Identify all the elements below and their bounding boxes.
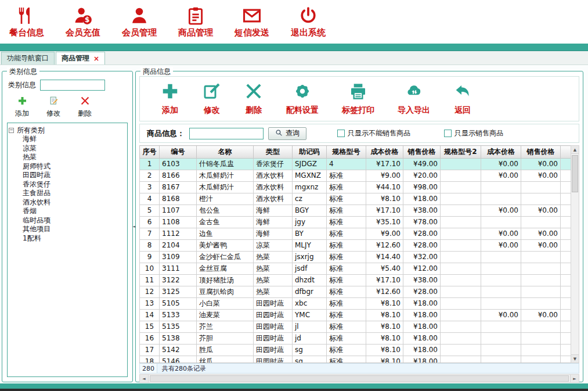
scroll-left-icon[interactable]: ◄ [140, 375, 149, 382]
product-add-button[interactable]: 添加 [161, 82, 179, 116]
nav-product-manage[interactable]: 商品管理 [177, 6, 214, 38]
table-cell: ¥49.00 [403, 159, 441, 170]
category-add-button[interactable]: 添加 [15, 96, 29, 119]
member-recharge-icon: $ [73, 6, 93, 26]
tree-item[interactable]: 1配料 [9, 234, 126, 243]
checkbox-icon[interactable] [444, 130, 452, 137]
show-sellable-checkbox[interactable]: 只显示销售商品 [444, 128, 503, 138]
scrollbar-thumb[interactable] [572, 155, 578, 192]
table-cell: ¥78.00 [403, 217, 441, 228]
table-row[interactable]: 82104美炉酱鸭凉菜MLJY标准¥12.60¥28.00¥0.00¥0.00 [140, 240, 572, 252]
tree-item[interactable]: 热菜 [9, 153, 126, 162]
table-row[interactable]: 71112边鱼海鲜BY标准¥9.00¥28.00¥0.00¥0.00 [140, 228, 572, 240]
table-cell: 田园时蔬 [254, 356, 293, 364]
column-header[interactable]: 类型 [254, 146, 293, 159]
column-header[interactable]: 助记码 [293, 146, 327, 159]
table-row[interactable]: 48168橙汁酒水饮料cz标准¥8.10¥18.00 [140, 193, 572, 205]
product-edit-button[interactable]: 修改 [203, 82, 221, 116]
tree-item[interactable]: 主食甜品 [9, 189, 126, 198]
nav-exit-system[interactable]: 退出系统 [290, 6, 327, 38]
table-cell [521, 298, 561, 310]
nav-sms-send[interactable]: 短信发送 [233, 6, 270, 38]
show-unsellable-checkbox[interactable]: 只显示不能销售商品 [337, 128, 410, 138]
tab-close-icon[interactable]: × [93, 55, 99, 62]
column-header[interactable]: 销售价格 [521, 146, 561, 159]
tree-item[interactable]: 香浓煲仔 [9, 180, 126, 189]
nav-table-info[interactable]: 餐台信息 [8, 6, 45, 38]
product-search-input[interactable] [189, 128, 264, 139]
table-row[interactable]: 28166木瓜鲜奶汁酒水饮料MGXNZ标准¥9.00¥20.00¥0.00¥0.… [140, 170, 572, 182]
tree-item[interactable]: 临时品项 [9, 216, 126, 225]
category-delete-button[interactable]: 删除 [78, 96, 92, 119]
table-cell: ¥0.00 [521, 159, 561, 170]
tree-item[interactable]: 香烟 [9, 207, 126, 216]
table-row[interactable]: 175142胜瓜田园时蔬sg标准¥8.10¥18.00 [140, 345, 572, 356]
table-row[interactable]: 165138芥胆田园时蔬jd标准¥8.10¥18.00 [140, 333, 572, 345]
ingredient-settings-button[interactable]: 配料设置 [286, 82, 319, 116]
category-edit-button[interactable]: 修改 [46, 96, 60, 119]
product-delete-label: 删除 [246, 105, 262, 116]
scrollbar-thumb[interactable] [150, 375, 569, 382]
table-cell: 标准 [327, 252, 366, 263]
table-cell-filler [561, 286, 572, 298]
tab-product-manage[interactable]: 商品管理 × [56, 52, 105, 64]
table-row[interactable]: 123125豆腐扒蛤肉热菜dfbgr标准¥12.60¥28.00 [140, 286, 572, 298]
table-row[interactable]: 38167木瓜鲜奶汁酒水饮料mgxnz标准¥44.10¥98.00 [140, 182, 572, 193]
table-cell: 标准 [327, 321, 366, 333]
member-manage-icon [129, 6, 149, 26]
label-print-button[interactable]: 标签打印 [342, 82, 374, 116]
table-cell: ¥0.00 [481, 205, 521, 217]
category-name-input[interactable] [40, 80, 105, 91]
column-header[interactable]: 销售价格 [403, 146, 441, 159]
column-header[interactable]: 编号 [160, 146, 197, 159]
table-row[interactable]: 93109金沙虾仁金瓜热菜jsxrjg标准¥14.40¥32.00 [140, 252, 572, 263]
table-cell: 海鲜 [254, 228, 293, 240]
column-header[interactable]: 规格型号2 [441, 146, 481, 159]
scroll-right-icon[interactable]: ► [570, 375, 579, 382]
tree-item[interactable]: 凉菜 [9, 144, 126, 153]
horizontal-scrollbar[interactable]: ◄ ► [139, 374, 579, 383]
table-cell-filler [561, 252, 572, 263]
nav-label: 餐台信息 [9, 27, 44, 38]
tree-item[interactable]: 海鲜 [9, 135, 126, 144]
tree-expander-icon[interactable]: − [9, 128, 14, 133]
table-row[interactable]: 16103什锦冬瓜盅香浓煲仔SJDGZ4¥17.10¥49.00¥0.00¥0.… [140, 159, 572, 170]
table-cell [521, 217, 561, 228]
table-row[interactable]: 103111金丝豆腐热菜jsdf标准¥5.40¥12.00 [140, 263, 572, 275]
vertical-scrollbar[interactable]: ▲ ▼ [571, 145, 579, 363]
table-row[interactable]: 185146丝瓜田园时蔬sg标准¥8.10¥18.00 [140, 356, 572, 364]
query-button[interactable]: 查询 [268, 127, 306, 140]
table-row[interactable]: 135105小白菜田园时蔬xbc标准¥8.10¥18.00 [140, 298, 572, 310]
product-delete-button[interactable]: 删除 [244, 82, 263, 116]
scroll-up-icon[interactable]: ▲ [571, 146, 579, 154]
checkbox-icon[interactable] [337, 130, 345, 137]
column-header[interactable]: 名称 [197, 146, 254, 159]
table-cell: ¥0.00 [521, 240, 561, 252]
tree-item[interactable]: 厨师特式 [9, 162, 126, 171]
tree-root[interactable]: − 所有类别 [9, 125, 126, 135]
nav-member-manage[interactable]: 会员管理 [121, 6, 158, 38]
table-row[interactable]: 113122顶好猪肚汤热菜dhzdt标准¥17.10¥38.00 [140, 275, 572, 286]
tab-function-nav[interactable]: 功能导航窗口 [1, 52, 55, 64]
column-header[interactable]: 成本价格 [366, 146, 403, 159]
product-edit-label: 修改 [204, 105, 220, 116]
back-button[interactable]: 返回 [453, 82, 472, 116]
tree-item[interactable]: 田园时蔬 [9, 171, 126, 180]
table-cell: 田园时蔬 [254, 310, 293, 321]
table-row[interactable]: 61108金古鱼海鲜jgy标准¥35.10¥78.00 [140, 217, 572, 228]
table-row[interactable]: 51107包公鱼海鲜BGY标准¥17.10¥38.00¥0.00¥0.00 [140, 205, 572, 217]
scroll-down-icon[interactable]: ▼ [571, 354, 579, 363]
column-header[interactable]: 序号 [140, 146, 160, 159]
table-cell: 标准 [327, 170, 366, 182]
nav-member-recharge[interactable]: $ 会员充值 [64, 6, 102, 38]
tree-item[interactable]: 其他项目 [9, 225, 126, 234]
table-cell: 香浓煲仔 [254, 159, 293, 170]
column-header[interactable]: 规格型号 [327, 146, 366, 159]
table-row[interactable]: 145133油麦菜田园时蔬YMC标准¥8.10¥18.00¥0.00¥0.00 [140, 310, 572, 321]
tree-item[interactable]: 酒水饮料 [9, 198, 126, 207]
column-header[interactable]: 成本价格 [481, 146, 521, 159]
table-cell: 11 [140, 275, 160, 286]
import-export-button[interactable]: 导入导出 [398, 82, 430, 116]
table-row[interactable]: 155135芥兰田园时蔬jl标准¥8.10¥18.00 [140, 321, 572, 333]
table-cell [521, 286, 561, 298]
